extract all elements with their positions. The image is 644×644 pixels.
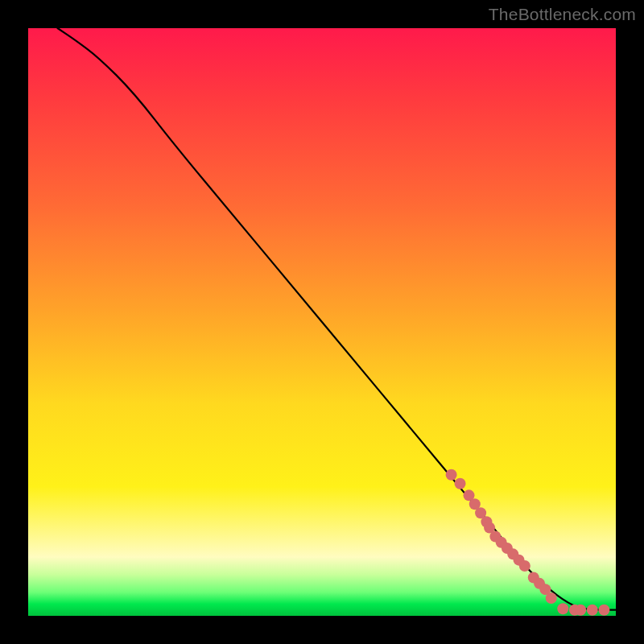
data-point — [519, 560, 530, 572]
data-point — [455, 478, 466, 489]
data-point — [446, 469, 457, 481]
data-point — [575, 605, 586, 616]
data-points-group — [446, 469, 610, 616]
data-point — [587, 605, 598, 616]
bottleneck-curve — [58, 28, 617, 610]
data-point — [546, 592, 557, 604]
data-point — [598, 605, 609, 616]
watermark-text: TheBottleneck.com — [489, 5, 636, 24]
plot-svg — [28, 28, 616, 616]
plot-frame — [28, 28, 616, 616]
data-point — [557, 603, 568, 614]
